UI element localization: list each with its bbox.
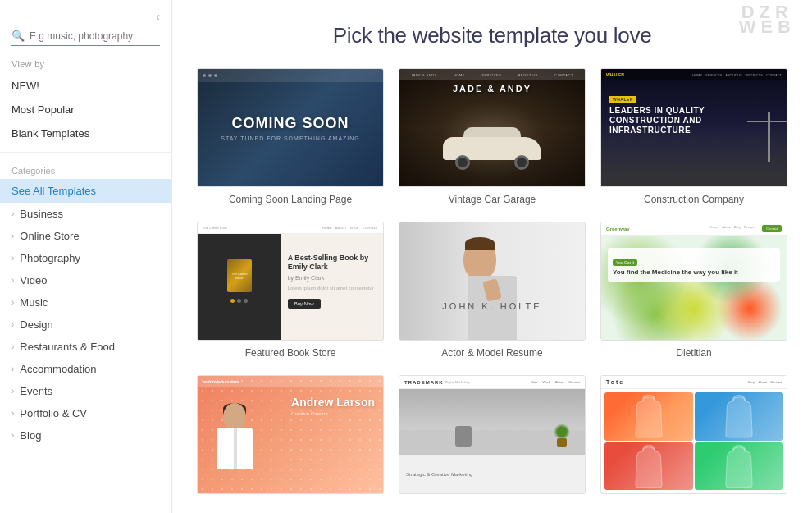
- construction-text: WHALEN LEADERS IN QUALITY CONSTRUCTION A…: [609, 89, 746, 135]
- actor-person-graphic: [399, 239, 585, 337]
- tote-item-3: [604, 442, 693, 491]
- template-thumb-vintage: JADE & ANDY HOME SERVICES ABOUT US CONTA…: [399, 68, 586, 187]
- trademark-nav: TRADEMARK Digital Marketing Start Work A…: [399, 376, 585, 389]
- sidebar-item-music[interactable]: › Music: [0, 291, 171, 314]
- template-label-construction: Construction Company: [644, 194, 744, 205]
- template-card-dietitian[interactable]: Greenway Home About Blog Recipes Contact…: [600, 222, 787, 359]
- sidebar-item-online-store[interactable]: › Online Store: [0, 225, 171, 247]
- vintage-nav-item1: HOME: [454, 73, 465, 77]
- sidebar-item-business-label: Business: [20, 208, 63, 220]
- template-thumb-actor: JOHN K. HOLTE: [399, 222, 586, 341]
- tote-item-1: [604, 392, 693, 441]
- sidebar-item-business[interactable]: › Business: [0, 203, 171, 225]
- template-label-vintage: Vintage Car Garage: [449, 194, 536, 205]
- template-thumb-tote: Tote Shop About Contact: [600, 375, 787, 494]
- template-grid: COMING SOON STAY TUNED FOR SOMETHING AMA…: [197, 68, 787, 501]
- template-card-trademark[interactable]: TRADEMARK Digital Marketing Start Work A…: [399, 375, 586, 501]
- chevron-icon: ›: [11, 409, 14, 418]
- chevron-icon: ›: [11, 276, 14, 285]
- sidebar-item-see-all[interactable]: See All Templates: [0, 179, 171, 203]
- dietitian-tag: You Got It: [613, 259, 637, 266]
- tote-grid: [601, 389, 787, 493]
- main-content: DZR WEB Pick the website template you lo…: [172, 0, 812, 513]
- vintage-nav-item2: SERVICES: [481, 73, 501, 77]
- template-label-dietitian: Dietitian: [676, 347, 711, 359]
- sidebar-item-events[interactable]: › Events: [0, 380, 171, 402]
- vintage-nav-item3: ABOUT US: [518, 73, 538, 77]
- sidebar-top: ‹: [0, 0, 171, 30]
- andrew-man-graphic: [210, 403, 259, 493]
- construction-title: LEADERS IN QUALITY CONSTRUCTION AND INFR…: [609, 106, 746, 135]
- book-title: A Best-Selling Book by Emily Clark: [288, 254, 376, 272]
- sidebar-item-online-store-label: Online Store: [20, 230, 79, 242]
- construction-nav: WHALEN HOME SERVICES ABOUT US PROJECTS C…: [601, 69, 787, 80]
- template-thumb-book: The Coffee Book HOME ABOUT SHOP CONTACT …: [197, 222, 384, 341]
- template-label-coming-soon: Coming Soon Landing Page: [229, 194, 352, 205]
- sidebar-item-blank-templates[interactable]: Blank Templates: [0, 121, 171, 145]
- template-thumb-trademark: TRADEMARK Digital Marketing Start Work A…: [399, 375, 586, 494]
- sidebar-item-accommodation[interactable]: › Accommodation: [0, 358, 171, 380]
- dietitian-btn[interactable]: Contact: [762, 225, 782, 232]
- vintage-car-graphic: [443, 133, 541, 170]
- tote-logo: Tote: [606, 379, 624, 385]
- andrew-logo: andrewlarson.com: [203, 379, 239, 384]
- sidebar-item-blog-label: Blog: [20, 429, 41, 442]
- template-card-tote[interactable]: Tote Shop About Contact: [600, 375, 787, 501]
- sidebar-item-photography[interactable]: › Photography: [0, 247, 171, 269]
- sidebar-item-video[interactable]: › Video: [0, 269, 171, 291]
- book-left-panel: The Coffee Book: [198, 222, 281, 340]
- vintage-text: JADE & ANDY: [399, 84, 585, 94]
- sidebar-item-most-popular[interactable]: Most Popular: [0, 98, 171, 121]
- sidebar-item-events-label: Events: [20, 385, 52, 397]
- sidebar-item-accommodation-label: Accommodation: [20, 363, 96, 375]
- sidebar-item-design-label: Design: [20, 318, 52, 331]
- template-card-construction[interactable]: WHALEN HOME SERVICES ABOUT US PROJECTS C…: [600, 68, 787, 205]
- collapse-button[interactable]: ‹: [156, 10, 160, 23]
- tote-item-4: [695, 442, 783, 491]
- sidebar-item-design[interactable]: › Design: [0, 314, 171, 336]
- dietitian-overlay: You Got It You find the Medicine the way…: [608, 248, 780, 282]
- sidebar-item-blog[interactable]: › Blog: [0, 424, 171, 447]
- sidebar-item-restaurants-food[interactable]: › Restaurants & Food: [0, 336, 171, 358]
- template-thumb-dietitian: Greenway Home About Blog Recipes Contact…: [600, 222, 787, 341]
- template-card-vintage-car[interactable]: JADE & ANDY HOME SERVICES ABOUT US CONTA…: [399, 68, 586, 205]
- template-card-actor[interactable]: JOHN K. HOLTE Actor & Model Resume: [399, 222, 586, 359]
- trademark-sub: Digital Marketing: [445, 380, 470, 384]
- template-label-book: Featured Book Store: [245, 347, 336, 359]
- template-thumb-andrew: andrewlarson.com Andrew Larson Creative …: [197, 375, 384, 494]
- book-desc: Lorem ipsum dolor sit amet consectetur: [288, 286, 376, 292]
- chevron-icon: ›: [11, 254, 14, 263]
- sidebar-item-restaurants-label: Restaurants & Food: [20, 341, 115, 353]
- chevron-icon: ›: [11, 231, 14, 240]
- book-buy-btn[interactable]: Buy Now: [288, 299, 321, 309]
- coming-soon-sub: STAY TUNED FOR SOMETHING AMAZING: [221, 135, 360, 141]
- andrew-nav: andrewlarson.com: [198, 376, 383, 387]
- sidebar-item-portfolio-cv[interactable]: › Portfolio & CV: [0, 402, 171, 424]
- template-card-coming-soon[interactable]: COMING SOON STAY TUNED FOR SOMETHING AMA…: [197, 68, 384, 205]
- actor-name: JOHN K. HOLTE: [399, 301, 585, 311]
- template-card-andrew[interactable]: andrewlarson.com Andrew Larson Creative …: [197, 375, 384, 501]
- andrew-text: Andrew Larson Creative Director: [291, 396, 375, 416]
- tote-item-2: [695, 392, 783, 441]
- trademark-content: Strategic & Creative Marketing: [399, 389, 585, 493]
- search-box: 🔍: [11, 30, 160, 46]
- chevron-icon: ›: [11, 342, 14, 351]
- search-input[interactable]: [30, 30, 160, 42]
- sidebar-item-new[interactable]: NEW!: [0, 74, 171, 98]
- book-right-panel: A Best-Selling Book by Emily Clark by Em…: [281, 222, 383, 340]
- dietitian-nav: Greenway Home About Blog Recipes Contact: [601, 222, 787, 236]
- crane-graphic: [768, 112, 770, 162]
- book-cover-graphic: The Coffee Book: [227, 259, 252, 292]
- template-card-book-store[interactable]: The Coffee Book HOME ABOUT SHOP CONTACT …: [197, 222, 384, 359]
- trademark-plant: [556, 422, 568, 447]
- dietitian-logo: Greenway: [606, 227, 630, 231]
- chevron-icon: ›: [11, 364, 14, 373]
- dietitian-title: You find the Medicine the way you like i…: [613, 268, 775, 277]
- trademark-hero: [399, 389, 585, 455]
- search-icon: 🔍: [11, 30, 25, 42]
- book-nav: The Coffee Book HOME ABOUT SHOP CONTACT: [198, 222, 383, 234]
- chevron-icon: ›: [11, 209, 14, 218]
- view-by-label: View by: [0, 59, 171, 74]
- andrew-name: Andrew Larson: [291, 396, 375, 408]
- sidebar-item-portfolio-label: Portfolio & CV: [20, 407, 87, 419]
